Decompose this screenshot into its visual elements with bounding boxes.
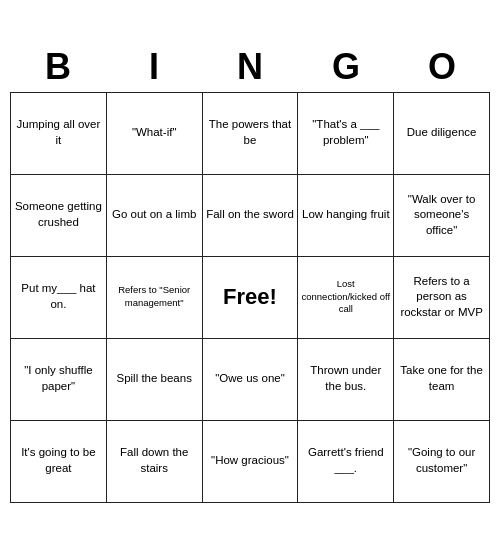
bingo-cell-22: "How gracious" bbox=[203, 421, 299, 503]
cell-text-0: Jumping all over it bbox=[14, 117, 103, 148]
bingo-card: BINGO Jumping all over it"What-if"The po… bbox=[10, 42, 490, 503]
cell-text-15: "I only shuffle paper" bbox=[14, 363, 103, 394]
cell-text-5: Someone getting crushed bbox=[14, 199, 103, 230]
bingo-cell-10: Put my___ hat on. bbox=[11, 257, 107, 339]
bingo-cell-5: Someone getting crushed bbox=[11, 175, 107, 257]
cell-text-23: Garrett's friend ___. bbox=[301, 445, 390, 476]
header-letter-g: G bbox=[298, 42, 394, 92]
cell-text-21: Fall down the stairs bbox=[110, 445, 199, 476]
bingo-cell-18: Thrown under the bus. bbox=[298, 339, 394, 421]
cell-text-17: "Owe us one" bbox=[215, 371, 285, 387]
bingo-cell-4: Due diligence bbox=[394, 93, 490, 175]
bingo-cell-17: "Owe us one" bbox=[203, 339, 299, 421]
cell-text-18: Thrown under the bus. bbox=[301, 363, 390, 394]
bingo-cell-13: Lost connection/kicked off call bbox=[298, 257, 394, 339]
cell-text-7: Fall on the sword bbox=[206, 207, 294, 223]
cell-text-10: Put my___ hat on. bbox=[14, 281, 103, 312]
bingo-header: BINGO bbox=[10, 42, 490, 92]
bingo-cell-20: It's going to be great bbox=[11, 421, 107, 503]
cell-text-9: "Walk over to someone's office" bbox=[397, 192, 486, 239]
bingo-grid: Jumping all over it"What-if"The powers t… bbox=[10, 92, 490, 503]
bingo-cell-3: "That's a ___ problem" bbox=[298, 93, 394, 175]
cell-text-2: The powers that be bbox=[206, 117, 295, 148]
header-letter-o: O bbox=[394, 42, 490, 92]
header-letter-i: I bbox=[106, 42, 202, 92]
bingo-cell-19: Take one for the team bbox=[394, 339, 490, 421]
bingo-cell-15: "I only shuffle paper" bbox=[11, 339, 107, 421]
bingo-cell-24: "Going to our customer" bbox=[394, 421, 490, 503]
bingo-cell-7: Fall on the sword bbox=[203, 175, 299, 257]
bingo-cell-23: Garrett's friend ___. bbox=[298, 421, 394, 503]
bingo-cell-12: Free! bbox=[203, 257, 299, 339]
bingo-cell-0: Jumping all over it bbox=[11, 93, 107, 175]
cell-text-6: Go out on a limb bbox=[112, 207, 196, 223]
cell-text-12: Free! bbox=[223, 282, 277, 312]
bingo-cell-6: Go out on a limb bbox=[107, 175, 203, 257]
bingo-cell-11: Refers to "Senior management" bbox=[107, 257, 203, 339]
bingo-cell-1: "What-if" bbox=[107, 93, 203, 175]
bingo-cell-16: Spill the beans bbox=[107, 339, 203, 421]
cell-text-3: "That's a ___ problem" bbox=[301, 117, 390, 148]
cell-text-14: Refers to a person as rockstar or MVP bbox=[397, 274, 486, 321]
bingo-cell-9: "Walk over to someone's office" bbox=[394, 175, 490, 257]
cell-text-19: Take one for the team bbox=[397, 363, 486, 394]
header-letter-n: N bbox=[202, 42, 298, 92]
header-letter-b: B bbox=[10, 42, 106, 92]
cell-text-8: Low hanging fruit bbox=[302, 207, 390, 223]
cell-text-24: "Going to our customer" bbox=[397, 445, 486, 476]
cell-text-22: "How gracious" bbox=[211, 453, 289, 469]
cell-text-4: Due diligence bbox=[407, 125, 477, 141]
cell-text-20: It's going to be great bbox=[14, 445, 103, 476]
bingo-cell-2: The powers that be bbox=[203, 93, 299, 175]
cell-text-11: Refers to "Senior management" bbox=[110, 284, 199, 310]
cell-text-13: Lost connection/kicked off call bbox=[301, 278, 390, 316]
bingo-cell-8: Low hanging fruit bbox=[298, 175, 394, 257]
bingo-cell-21: Fall down the stairs bbox=[107, 421, 203, 503]
cell-text-16: Spill the beans bbox=[116, 371, 191, 387]
cell-text-1: "What-if" bbox=[132, 125, 177, 141]
bingo-cell-14: Refers to a person as rockstar or MVP bbox=[394, 257, 490, 339]
